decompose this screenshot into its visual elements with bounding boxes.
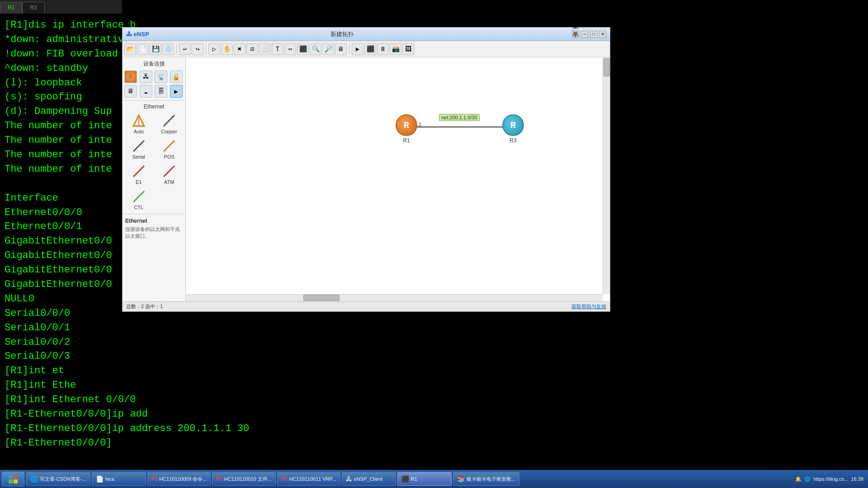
maximize-button[interactable]: □ [590,31,597,38]
zoom-in-button[interactable]: 🔍 [310,43,321,55]
link-auto[interactable]: Auto [124,112,153,135]
terminal-line: [R1]int et [5,364,863,378]
hc1-icon: P3 [151,476,157,482]
terminal-line: Serial0/0/1 [5,321,863,335]
server-device-icon[interactable]: 🗄 [155,85,167,98]
svg-rect-10 [9,474,13,479]
scrollbar-thumb-h[interactable] [303,295,340,301]
wireless-device-icon[interactable]: 📡 [155,70,167,83]
taskbar-item-classroom[interactable]: 📚 银卡能卡电子教室教... [453,472,519,486]
svg-point-2 [138,124,139,126]
ethernet-section: Ethernet Auto [123,101,185,214]
info-title: Ethernet [125,218,183,224]
serial-link-icon [131,138,147,154]
horizontal-scrollbar[interactable] [186,294,603,301]
undo-button[interactable]: ↩ [179,43,191,55]
redo-button[interactable]: ↪ [192,43,203,55]
taskbar-item-hc3[interactable]: P3 HC110110011 VRP... [277,472,340,486]
canvas-area[interactable]: net:200.1.1.0/30 .1 .2 R R1 R [186,57,610,301]
info-description: 连接设备的以太网和千兆以太接口。 [125,226,183,240]
pc-device-icon[interactable]: 🖥 [124,85,137,98]
router-r3-node[interactable]: R R3 [502,114,524,144]
info-section: Ethernet 连接设备的以太网和千兆以太接口。 [123,214,185,301]
taskbar-item-classroom-label: 银卡能卡电子教室教... [467,476,515,483]
status-bar: 总数：2 选中：1 获取帮助与反馈 [123,301,610,311]
toolbar-separator-3 [349,44,349,54]
clock-display: https://blog.cs... [813,476,848,482]
link-serial[interactable]: Serial [124,137,153,160]
taskbar-item-csdn-label: 写文章-CSDN博客-... [40,476,86,483]
taskbar-item-hc1-label: HC110110009 命令... [159,476,207,483]
svg-rect-12 [9,479,13,483]
hc2-icon: P3 [216,476,222,482]
save-button[interactable]: 💾 [150,43,161,55]
delete-button[interactable]: ✖ [234,43,245,55]
vertical-scrollbar[interactable] [603,57,610,294]
status-text: 总数：2 选中：1 [126,303,163,310]
ctl-link-icon [131,188,147,205]
router-device-icon[interactable]: R [124,70,137,83]
start-button[interactable] [2,472,24,486]
help-link[interactable]: 获取帮助与反馈 [571,303,606,310]
port-label-r1: .1 [417,122,421,127]
capture-button[interactable]: 📸 [390,43,401,55]
terminal-device-icon[interactable]: ▶ [170,85,183,98]
router-r3-icon: R [502,114,524,136]
network-tray-icon[interactable]: 🌐 [804,476,811,482]
taskbar-item-ensp[interactable]: 🖧 eNSP_Client [342,472,396,486]
minimize-button[interactable]: ─ [581,31,588,38]
link-button[interactable]: ⇔ [284,43,296,55]
rectangle-button[interactable]: ⬜ [259,43,271,55]
link-copper[interactable]: Copper [155,112,184,135]
cloud-device-icon[interactable]: ☁ [140,85,152,98]
ctl-link-label: CTL [134,205,143,210]
scrollbar-thumb-v[interactable] [604,58,610,76]
link-ctl[interactable]: CTL [124,188,153,211]
screen-button[interactable]: 🖥 [335,43,347,55]
new-button[interactable]: 📄 [137,43,149,55]
zoom-out-button[interactable]: 🔎 [322,43,334,55]
r1-taskbar-icon: ⬛ [401,475,409,483]
stop-all-button[interactable]: ⬛ [364,43,376,55]
window-title: 新建拓扑 [113,30,572,38]
text-button[interactable]: T [272,43,283,55]
taskbar-item-hica[interactable]: 📄 hica [92,472,146,486]
taskbar-item-csdn[interactable]: 🌐 写文章-CSDN博客-... [26,472,90,486]
terminal-line: [R1]int Ethe [5,378,863,393]
notification-icon[interactable]: 🔔 [795,476,802,482]
security-device-icon[interactable]: 🔒 [170,70,183,83]
classroom-icon: 📚 [457,475,465,483]
taskbar-item-hc1[interactable]: P3 HC110110009 命令... [147,472,211,486]
taskbar-item-hc2[interactable]: P3 HC110110010 文件... [212,472,276,486]
link-pos[interactable]: POS [155,137,184,160]
close-button[interactable]: ✕ [599,31,606,38]
svg-line-3 [164,115,175,126]
left-panel: 设备连接 R 🖧 📡 🔒 🖥 ☁ 🗄 ▶ Ethernet [123,57,186,301]
select-button[interactable]: ▷ [208,43,220,55]
pause-button[interactable]: ⏸ [377,43,389,55]
pos-link-label: POS [164,154,175,160]
topology-canvas[interactable]: net:200.1.1.0/30 .1 .2 R R1 R [186,57,603,294]
link-atm[interactable]: ATM [155,162,184,186]
hand-button[interactable]: ✋ [221,43,233,55]
svg-line-4 [133,141,144,151]
save-as-button[interactable]: 💿 [162,43,174,55]
tab-r1[interactable]: R1 [0,2,22,14]
open-button[interactable]: 📂 [124,43,136,55]
topology-svg [186,57,603,294]
link-type-grid: Auto Copper [124,112,184,211]
menu-button[interactable]: 菜单▼ [572,31,579,38]
device-grid-2: 🖥 ☁ 🗄 ▶ [124,85,184,98]
start-all-button[interactable]: ▶ [352,43,363,55]
switch-device-icon[interactable]: 🖧 [140,70,152,83]
terminal-button[interactable]: 🖼 [402,43,414,55]
tab-r3[interactable]: R3 [22,2,44,14]
window-controls: 菜单▼ ─ □ ✕ [572,31,606,38]
svg-line-7 [164,166,175,177]
frame-button[interactable]: ⬛ [297,43,309,55]
router-r1-node[interactable]: R R1 [396,114,417,144]
zoom-fit-button[interactable]: ⊡ [246,43,258,55]
taskbar-item-r1[interactable]: ⬛ R1 [397,472,452,486]
devices-label: 设备连接 [124,60,184,68]
link-e1[interactable]: E1 [124,162,153,186]
